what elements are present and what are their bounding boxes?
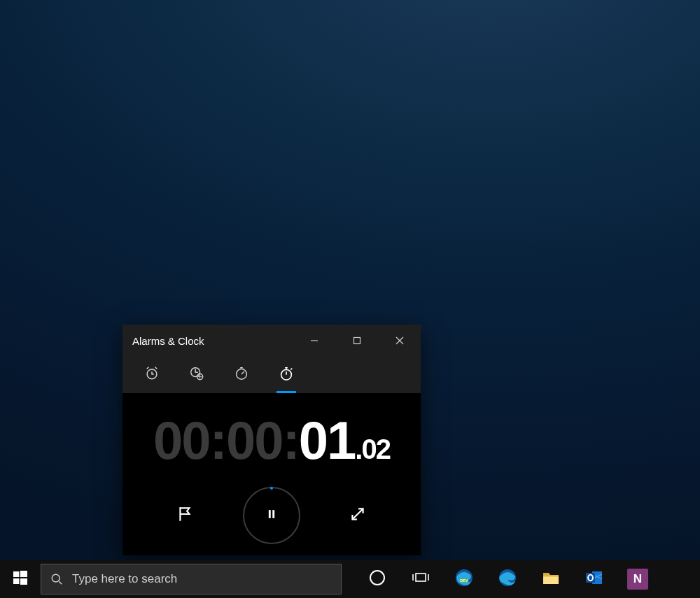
world-clock-icon — [189, 366, 204, 384]
tab-timer[interactable] — [219, 357, 264, 393]
svg-point-15 — [52, 574, 59, 582]
svg-rect-26 — [543, 576, 559, 577]
windows-logo-icon — [13, 571, 27, 588]
cortana-button[interactable] — [356, 560, 399, 598]
edge-dev-icon: DEV — [455, 569, 473, 590]
tab-bar — [122, 357, 421, 393]
app-title: Alarms & Clock — [122, 335, 204, 347]
flag-icon — [176, 505, 195, 526]
taskbar-app-outlook[interactable] — [573, 560, 616, 598]
minimize-button[interactable] — [293, 325, 335, 357]
pause-icon — [265, 507, 279, 524]
tab-world-clock[interactable] — [174, 357, 219, 393]
stopwatch-icon — [279, 366, 294, 384]
svg-rect-11 — [13, 571, 20, 577]
task-view-button[interactable] — [399, 560, 442, 598]
stopwatch-centiseconds: 02 — [361, 434, 390, 465]
taskbar-app-file-explorer[interactable] — [529, 560, 573, 598]
svg-rect-13 — [13, 578, 20, 584]
pause-button[interactable] — [243, 487, 300, 544]
task-view-icon — [412, 569, 430, 590]
svg-rect-9 — [269, 510, 271, 518]
svg-point-8 — [281, 370, 292, 380]
stopwatch-seconds: 01 — [299, 414, 356, 467]
taskbar: Type here to search DEV — [0, 560, 700, 598]
onenote-icon: N — [627, 569, 648, 590]
taskbar-app-edge[interactable] — [486, 560, 529, 598]
svg-rect-1 — [354, 338, 360, 344]
svg-rect-14 — [20, 578, 27, 585]
search-placeholder: Type here to search — [72, 572, 177, 586]
svg-line-16 — [59, 581, 62, 584]
alarm-clock-icon — [144, 366, 160, 384]
search-icon — [41, 573, 72, 585]
svg-rect-18 — [416, 574, 426, 581]
start-button[interactable] — [0, 560, 41, 598]
alarms-clock-window: Alarms & Clock — [122, 325, 421, 555]
taskbar-app-onenote[interactable]: N — [616, 560, 659, 598]
expand-icon — [349, 505, 367, 526]
taskbar-search[interactable]: Type here to search — [41, 564, 342, 595]
stopwatch-controls — [176, 487, 368, 544]
svg-point-17 — [370, 571, 384, 585]
expand-button[interactable] — [348, 506, 368, 525]
maximize-button[interactable] — [335, 325, 378, 357]
cortana-circle-icon — [368, 569, 386, 590]
stopwatch-time-display: 00 : 00 : 01 . 02 — [153, 414, 390, 467]
stopwatch-minutes: 00 — [226, 414, 283, 467]
tab-alarm[interactable] — [130, 357, 174, 393]
outlook-icon — [585, 569, 603, 590]
svg-rect-12 — [20, 571, 27, 577]
svg-rect-10 — [272, 510, 274, 518]
edge-icon — [498, 569, 517, 590]
close-button[interactable] — [378, 325, 421, 357]
timer-icon — [234, 366, 249, 384]
file-explorer-icon — [542, 569, 560, 590]
taskbar-app-edge-dev[interactable]: DEV — [442, 560, 486, 598]
lap-button[interactable] — [176, 506, 195, 525]
stopwatch-panel: 00 : 00 : 01 . 02 — [122, 393, 421, 555]
svg-text:DEV: DEV — [460, 578, 468, 583]
titlebar[interactable]: Alarms & Clock — [122, 325, 421, 357]
tab-stopwatch[interactable] — [264, 357, 309, 393]
stopwatch-hours: 00 — [153, 414, 210, 467]
